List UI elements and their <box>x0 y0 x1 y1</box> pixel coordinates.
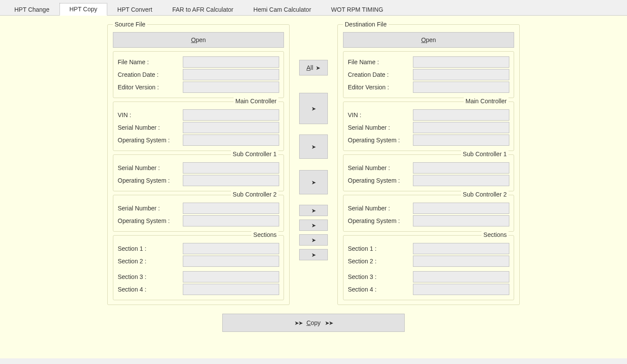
label-vin: VIN : <box>348 111 413 118</box>
app-root: HPT Change HPT Copy HPT Convert FAR to A… <box>0 0 627 364</box>
destination-section-3-input[interactable] <box>413 271 509 282</box>
label-os: Operating System : <box>118 137 183 144</box>
open-label: Open <box>191 36 206 43</box>
columns: Source File Open File Name : Creation Da… <box>9 21 618 308</box>
transfer-all-button[interactable]: All ➤ <box>299 60 328 75</box>
label-section-1: Section 1 : <box>348 245 413 252</box>
label-os: Operating System : <box>348 217 413 224</box>
label-section-4: Section 4 : <box>118 286 183 293</box>
source-sub2-serial-input[interactable] <box>183 203 279 214</box>
label-editor-version: Editor Version : <box>348 84 413 91</box>
source-section-2-input[interactable] <box>183 256 279 267</box>
destination-vin-input[interactable] <box>413 109 509 121</box>
label-section-3: Section 3 : <box>348 273 413 280</box>
destination-open-button[interactable]: Open <box>343 32 514 48</box>
tab-wot-rpm[interactable]: WOT RPM TIMING <box>321 3 393 16</box>
label-serial: Serial Number : <box>118 124 183 131</box>
transfer-section-1-button[interactable]: ➤ <box>299 205 328 216</box>
destination-main-serial-input[interactable] <box>413 122 509 133</box>
label-section-2: Section 2 : <box>118 258 183 265</box>
source-section-1-input[interactable] <box>183 243 279 254</box>
copy-label: Copy <box>307 319 321 326</box>
transfer-main-button[interactable]: ➤ <box>299 93 328 124</box>
source-section-3-input[interactable] <box>183 271 279 282</box>
destination-sub1-serial-input[interactable] <box>413 162 509 174</box>
page-hpt-copy: Source File Open File Name : Creation Da… <box>0 16 627 358</box>
source-sub1-os-input[interactable] <box>183 175 279 186</box>
destination-main-os-input[interactable] <box>413 134 509 146</box>
tab-far-to-afr[interactable]: FAR to AFR Calculator <box>162 3 244 16</box>
source-sections: Sections Section 1 : Section 2 : Section… <box>113 235 284 300</box>
source-sub2-os-input[interactable] <box>183 215 279 226</box>
middle-column: All ➤ ➤ ➤ ➤ ➤ <box>298 21 329 260</box>
source-sub-controller-2: Sub Controller 2 Serial Number : Operati… <box>113 195 284 232</box>
destination-file-info: File Name : Creation Date : Editor Versi… <box>343 51 514 98</box>
double-arrow-right-icon: ➤➤ <box>325 320 333 326</box>
double-arrow-right-icon: ➤➤ <box>294 320 302 326</box>
label-serial: Serial Number : <box>348 124 413 131</box>
destination-sub2-os-input[interactable] <box>413 215 509 226</box>
footer: ➤➤ Copy ➤➤ <box>9 314 618 332</box>
label-os: Operating System : <box>348 137 413 144</box>
source-main-serial-input[interactable] <box>183 122 279 133</box>
transfer-section-3-button[interactable]: ➤ <box>299 234 328 246</box>
destination-section-2-input[interactable] <box>413 256 509 267</box>
main-controller-title: Main Controller <box>464 98 508 105</box>
source-open-button[interactable]: Open <box>113 32 284 48</box>
source-sub1-serial-input[interactable] <box>183 162 279 174</box>
destination-sub2-serial-input[interactable] <box>413 203 509 214</box>
all-label: All <box>307 64 314 71</box>
sub1-title: Sub Controller 1 <box>231 151 278 157</box>
source-group: Source File Open File Name : Creation Da… <box>107 21 290 305</box>
source-group-title: Source File <box>113 21 147 28</box>
main-controller-title: Main Controller <box>234 98 278 105</box>
destination-sub-controller-2: Sub Controller 2 Serial Number : Operati… <box>343 195 514 232</box>
sub1-title: Sub Controller 1 <box>461 151 508 157</box>
transfer-sub1-button[interactable]: ➤ <box>299 134 328 159</box>
source-vin-input[interactable] <box>183 109 279 121</box>
arrow-right-icon: ➤ <box>311 208 316 213</box>
destination-sub1-os-input[interactable] <box>413 175 509 186</box>
arrow-right-icon: ➤ <box>311 180 316 185</box>
label-section-4: Section 4 : <box>348 286 413 293</box>
destination-main-controller: Main Controller VIN : Serial Number : Op… <box>343 102 514 151</box>
transfer-section-2-button[interactable]: ➤ <box>299 220 328 231</box>
destination-group-title: Destination File <box>343 21 389 28</box>
transfer-sub2-button[interactable]: ➤ <box>299 170 328 194</box>
label-serial: Serial Number : <box>118 164 183 171</box>
source-section-4-input[interactable] <box>183 284 279 295</box>
destination-file-name-input[interactable] <box>413 56 509 68</box>
label-creation-date: Creation Date : <box>348 71 413 78</box>
label-file-name: File Name : <box>118 59 183 66</box>
label-serial: Serial Number : <box>348 164 413 171</box>
label-editor-version: Editor Version : <box>118 84 183 91</box>
label-vin: VIN : <box>118 111 183 118</box>
sections-title: Sections <box>251 231 278 238</box>
transfer-section-4-button[interactable]: ➤ <box>299 249 328 260</box>
tab-hpt-copy[interactable]: HPT Copy <box>59 3 107 16</box>
label-section-2: Section 2 : <box>348 258 413 265</box>
source-creation-date-input[interactable] <box>183 69 279 80</box>
open-label: Open <box>421 36 436 43</box>
source-file-name-input[interactable] <box>183 56 279 68</box>
destination-creation-date-input[interactable] <box>413 69 509 80</box>
tab-bar: HPT Change HPT Copy HPT Convert FAR to A… <box>0 0 627 16</box>
tab-hpt-convert[interactable]: HPT Convert <box>107 3 162 16</box>
tab-hemi-cam[interactable]: Hemi Cam Calculator <box>244 3 321 16</box>
destination-sub-controller-1: Sub Controller 1 Serial Number : Operati… <box>343 154 514 191</box>
tab-hpt-change[interactable]: HPT Change <box>4 3 59 16</box>
destination-editor-version-input[interactable] <box>413 82 509 93</box>
label-os: Operating System : <box>118 217 183 224</box>
destination-section-1-input[interactable] <box>413 243 509 254</box>
source-file-info: File Name : Creation Date : Editor Versi… <box>113 51 284 98</box>
destination-sections: Sections Section 1 : Section 2 : Section… <box>343 235 514 300</box>
destination-section-4-input[interactable] <box>413 284 509 295</box>
source-sub-controller-1: Sub Controller 1 Serial Number : Operati… <box>113 154 284 191</box>
label-serial: Serial Number : <box>348 205 413 212</box>
source-column: Source File Open File Name : Creation Da… <box>107 21 290 308</box>
source-editor-version-input[interactable] <box>183 82 279 93</box>
label-file-name: File Name : <box>348 59 413 66</box>
arrow-right-icon: ➤ <box>311 223 316 228</box>
copy-button[interactable]: ➤➤ Copy ➤➤ <box>222 314 405 332</box>
source-main-os-input[interactable] <box>183 134 279 146</box>
